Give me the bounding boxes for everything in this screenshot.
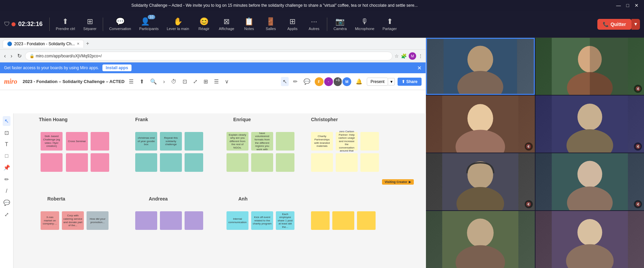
pen-tool[interactable]: ✏ bbox=[3, 175, 10, 184]
present-button[interactable]: Present bbox=[367, 78, 388, 86]
toolbar-microphone[interactable]: 🎙 Microphone bbox=[352, 16, 378, 33]
install-banner-close[interactable]: ✕ bbox=[417, 65, 422, 71]
extensions-icon[interactable]: 🧩 bbox=[401, 53, 407, 59]
miro-layout-button[interactable]: ⊞ bbox=[202, 77, 210, 86]
microphone-label: Microphone bbox=[355, 27, 374, 31]
maximize-button[interactable]: □ bbox=[625, 3, 630, 8]
reload-button[interactable]: ↻ bbox=[16, 52, 23, 60]
sticky-thien-6[interactable] bbox=[91, 153, 109, 172]
tab-close-button[interactable]: ✕ bbox=[77, 42, 79, 46]
person-section-roberta: Roberta bbox=[47, 196, 65, 202]
sticky-andreea-1[interactable] bbox=[135, 211, 157, 230]
toolbar-partager[interactable]: ⬆ Partager bbox=[379, 16, 400, 33]
sticky-thien-2[interactable]: Cross Seminar bbox=[66, 132, 88, 151]
sticky-anh-1[interactable]: Internal communication bbox=[226, 211, 248, 230]
close-button[interactable]: ✕ bbox=[633, 3, 640, 8]
sticky-roberta-3[interactable]: How did your promotion... bbox=[87, 211, 109, 230]
more-options-icon[interactable]: ⋮ bbox=[418, 53, 423, 59]
miro-more-button[interactable]: ∨ bbox=[223, 77, 231, 86]
toolbar-reagir[interactable]: 😊 Réagir bbox=[194, 16, 214, 33]
sticky-frank-6[interactable] bbox=[185, 153, 203, 172]
miro-pen-tool[interactable]: ✏ bbox=[291, 77, 299, 86]
frame-tool[interactable]: ⊡ bbox=[3, 128, 10, 138]
sticky-frank-4[interactable] bbox=[135, 153, 157, 172]
sticky-andreea-3[interactable] bbox=[185, 211, 203, 230]
sticky-enrique-2[interactable]: have volunteered formats from the differ… bbox=[251, 132, 273, 151]
toolbar-lever-main[interactable]: ✋ Lever la main bbox=[163, 16, 192, 33]
toolbar-separer[interactable]: ⊞ Séparer bbox=[80, 16, 100, 33]
sticky-frank-5[interactable] bbox=[160, 153, 182, 172]
minimize-button[interactable]: — bbox=[615, 3, 622, 8]
sticky-anh-6[interactable] bbox=[357, 211, 376, 230]
back-button[interactable]: ‹ bbox=[3, 52, 7, 60]
sticky-frank-3[interactable] bbox=[185, 132, 203, 151]
bookmark-icon[interactable]: ☆ bbox=[395, 53, 399, 59]
profile-avatar[interactable]: M bbox=[409, 52, 416, 60]
sticky-thien-1[interactable]: Skill- based Challenge (eg video / flyer… bbox=[41, 132, 63, 151]
toolbar-autres[interactable]: ··· Autres bbox=[304, 16, 324, 33]
cursor-tool[interactable]: ↖ bbox=[3, 116, 10, 126]
toolbar-participants[interactable]: 👤10 Participants bbox=[136, 16, 162, 33]
sticky-roberta-1[interactable]: X-nas market on company-... bbox=[41, 211, 59, 230]
browser-tab[interactable]: 🔵 2023 - Fondation - Solidarity Ch... ✕ bbox=[3, 40, 84, 48]
move-tool[interactable]: ⤢ bbox=[3, 210, 10, 219]
sticky-enrique-1[interactable]: Explain clearly why are you different fr… bbox=[226, 132, 248, 151]
sticky-frank-2[interactable]: Repeat this solidarity challenge bbox=[160, 132, 182, 151]
line-tool[interactable]: / bbox=[4, 186, 9, 196]
miro-search-button[interactable]: 🔍 bbox=[148, 77, 159, 86]
notification-bell-button[interactable]: 🔔 bbox=[354, 77, 364, 86]
install-apps-button[interactable]: Install apps bbox=[102, 64, 132, 71]
sticky-anh-4[interactable] bbox=[311, 211, 330, 230]
sticky-thien-4[interactable] bbox=[41, 153, 63, 172]
sticky-thien-5[interactable] bbox=[66, 153, 88, 172]
sticky-anh-3[interactable]: Each employee share 1 post at least abt … bbox=[276, 211, 294, 230]
toolbar-camera[interactable]: 📷 Caméra bbox=[330, 16, 350, 33]
sticky-enrique-4[interactable] bbox=[226, 153, 248, 172]
visiting-label: Visiting Creator bbox=[385, 180, 407, 184]
new-tab-button[interactable]: + bbox=[86, 41, 89, 47]
miro-frame-button[interactable]: ⊡ bbox=[181, 77, 189, 86]
sticky-anh-2[interactable]: Kick off event related to the charity pr… bbox=[251, 211, 273, 230]
sticky-frank-1[interactable]: christmas end of year goodie box bbox=[135, 132, 157, 151]
sticky-enrique-5[interactable] bbox=[251, 153, 273, 172]
miro-text-button[interactable]: ☰ bbox=[212, 77, 220, 86]
miro-cursor-tool[interactable]: ↖ bbox=[281, 77, 289, 86]
miro-export-button[interactable]: ⬆ bbox=[138, 77, 146, 86]
sticky-roberta-2[interactable]: Corp with catering service and donate pa… bbox=[62, 211, 84, 230]
miro-nav-left[interactable]: › bbox=[161, 77, 166, 86]
miro-fullscreen-button[interactable]: ⤢ bbox=[191, 77, 199, 86]
text-tool[interactable]: T bbox=[3, 140, 10, 149]
sticky-chris-4[interactable] bbox=[311, 153, 333, 172]
notes-label: Notes bbox=[244, 27, 254, 31]
shape-tool[interactable]: □ bbox=[3, 151, 10, 161]
sticky-enrique-6[interactable] bbox=[276, 153, 294, 172]
quitter-dropdown-button[interactable]: ▼ bbox=[631, 19, 640, 30]
share-button[interactable]: ⬆ Share bbox=[398, 78, 422, 86]
toolbar-salles[interactable]: 🚪 Salles bbox=[261, 16, 281, 33]
sticky-andreea-2[interactable] bbox=[160, 211, 182, 230]
sticky-chris-3[interactable] bbox=[360, 132, 379, 151]
miro-menu-button[interactable]: ☰ bbox=[127, 77, 135, 86]
sticky-chris-6[interactable] bbox=[360, 153, 379, 172]
forward-button[interactable]: › bbox=[9, 52, 14, 60]
toolbar-affichage[interactable]: ⊠ Affichage bbox=[215, 16, 238, 33]
sticky-anh-5[interactable] bbox=[332, 211, 354, 230]
quitter-button[interactable]: 📞 Quitter bbox=[597, 19, 631, 30]
sticky-chris-1[interactable]: Charity Partnerships with branded materi… bbox=[311, 132, 333, 151]
sticky-chris-5[interactable] bbox=[336, 153, 358, 172]
comment-tool[interactable]: 💬 bbox=[2, 198, 12, 208]
toolbar-notes[interactable]: 📋 Notes bbox=[239, 16, 259, 33]
toolbar-prendre-ctrl[interactable]: ⬆ Prendre ctrl bbox=[52, 16, 78, 33]
miro-timer-button[interactable]: ⏱ bbox=[169, 77, 178, 86]
svg-rect-7 bbox=[590, 38, 628, 95]
sticky-enrique-3[interactable] bbox=[276, 132, 294, 151]
sticky-chris-2[interactable]: zero Carbon Partner: Help carbon usage a… bbox=[336, 132, 358, 151]
toolbar-applis[interactable]: ⊞ Applis bbox=[282, 16, 303, 33]
toolbar-conversation[interactable]: 💬 Conversation bbox=[106, 16, 135, 33]
sticky-thien-3[interactable] bbox=[91, 132, 109, 151]
address-bar[interactable]: 🔒 miro.com/app/board/uXjVMq92pco=/ bbox=[25, 52, 392, 60]
present-dropdown[interactable]: ▼ bbox=[388, 78, 395, 85]
miro-comment-tool[interactable]: 💬 bbox=[302, 77, 312, 86]
sticky-tool[interactable]: 📌 bbox=[2, 163, 12, 172]
miro-canvas[interactable]: Thien Hoang Skill- based Challenge (eg v… bbox=[14, 113, 426, 268]
